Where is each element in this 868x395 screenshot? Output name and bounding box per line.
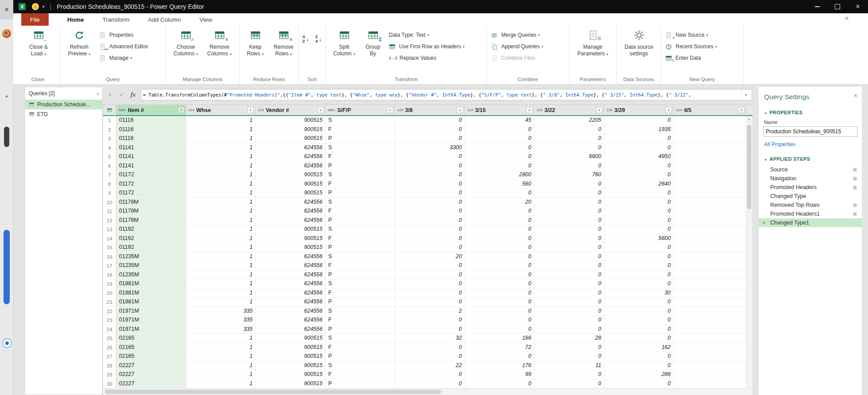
- cell[interactable]: 01141: [116, 162, 186, 171]
- manage-parameters-button[interactable]: Manage Parameters▾: [573, 28, 613, 58]
- grid-table-menu-button[interactable]: [103, 105, 116, 116]
- row-number[interactable]: 27: [103, 352, 116, 361]
- sort-descending-button[interactable]: ZA ↓: [313, 29, 324, 49]
- cell[interactable]: 01881M: [116, 289, 186, 298]
- cell[interactable]: 0: [395, 343, 465, 352]
- cell[interactable]: [674, 361, 746, 371]
- row-number[interactable]: 24: [103, 325, 116, 334]
- cell[interactable]: 0: [395, 125, 465, 135]
- cell[interactable]: 900515: [256, 116, 326, 125]
- merge-queries-button[interactable]: Merge Queries ▾: [491, 29, 543, 41]
- cell[interactable]: 0: [395, 170, 465, 180]
- cell[interactable]: [674, 316, 746, 325]
- row-number[interactable]: 29: [103, 370, 116, 380]
- column-header-3-15[interactable]: 1233/15▾: [465, 105, 534, 116]
- cell[interactable]: [674, 152, 746, 162]
- cell[interactable]: 0: [534, 207, 604, 216]
- step-settings-gear-icon[interactable]: [853, 167, 857, 172]
- cell[interactable]: 01172: [116, 170, 186, 180]
- applied-steps-section-header[interactable]: ▲ APPLIED STEPS: [764, 156, 856, 162]
- row-number[interactable]: 8: [103, 180, 116, 189]
- cell[interactable]: 0: [534, 180, 604, 189]
- cell[interactable]: 1: [186, 279, 256, 289]
- cell[interactable]: 0: [534, 279, 604, 289]
- step-settings-gear-icon[interactable]: [853, 176, 857, 181]
- browser-icon[interactable]: [2, 29, 11, 38]
- cell[interactable]: 01192: [116, 243, 186, 252]
- cell[interactable]: 1: [186, 225, 256, 234]
- cell[interactable]: 1935: [604, 125, 674, 135]
- cell[interactable]: P: [326, 216, 395, 225]
- cell[interactable]: 1: [186, 125, 256, 135]
- column-header-3-22[interactable]: 1233/22▾: [534, 105, 604, 116]
- cell[interactable]: 0: [465, 152, 534, 162]
- cell[interactable]: 01235M: [116, 252, 186, 262]
- cell[interactable]: 1: [186, 298, 256, 307]
- minimize-button[interactable]: [807, 0, 827, 13]
- cell[interactable]: 0: [534, 198, 604, 207]
- cell[interactable]: [674, 261, 746, 271]
- row-number[interactable]: 18: [103, 271, 116, 280]
- cell[interactable]: 01116: [116, 134, 186, 143]
- cell[interactable]: 2640: [604, 180, 674, 189]
- cell[interactable]: 1: [186, 261, 256, 271]
- cell[interactable]: 0: [604, 252, 674, 262]
- cell[interactable]: 0: [534, 370, 604, 380]
- cell[interactable]: 0: [534, 252, 604, 262]
- cell[interactable]: 1: [186, 116, 256, 125]
- filter-button[interactable]: ▾: [457, 107, 463, 113]
- cell[interactable]: 0: [395, 261, 465, 271]
- cell[interactable]: [674, 180, 746, 189]
- append-queries-button[interactable]: Append Queries ▾: [491, 41, 543, 52]
- cell[interactable]: S: [326, 279, 395, 289]
- cell[interactable]: 0: [395, 116, 465, 125]
- cell[interactable]: 30: [604, 289, 674, 298]
- column-header-vendor[interactable]: 123Vendor #▾: [256, 105, 326, 116]
- column-header-4-5[interactable]: 1234/5▾: [674, 105, 746, 116]
- cell[interactable]: 0: [465, 234, 534, 244]
- cell[interactable]: 5600: [604, 234, 674, 244]
- group-by-button[interactable]: Σ Group By: [361, 28, 385, 57]
- cell[interactable]: P: [326, 380, 395, 389]
- cell[interactable]: S: [326, 143, 395, 153]
- strip-scrollbar-thumb[interactable]: [4, 127, 9, 147]
- cell[interactable]: [674, 252, 746, 262]
- formula-expand-button[interactable]: ▾: [741, 89, 750, 100]
- cell[interactable]: 4950: [604, 152, 674, 162]
- data-source-settings-button[interactable]: Data source settings: [618, 28, 659, 57]
- cell[interactable]: 0: [395, 243, 465, 252]
- step-settings-gear-icon[interactable]: [853, 212, 857, 217]
- applied-step[interactable]: Source: [759, 165, 862, 174]
- cell[interactable]: 0: [465, 207, 534, 216]
- cell[interactable]: 900515: [256, 180, 326, 189]
- properties-button[interactable]: Properties: [99, 29, 148, 41]
- cell[interactable]: 01881M: [116, 279, 186, 289]
- cell[interactable]: F: [326, 152, 395, 162]
- column-header-3-8[interactable]: 1233/8▾: [395, 105, 465, 116]
- cell[interactable]: 0: [534, 134, 604, 143]
- cell[interactable]: 2: [395, 307, 465, 316]
- cell[interactable]: 0: [465, 243, 534, 252]
- cell[interactable]: 0: [395, 289, 465, 298]
- cell[interactable]: 0: [465, 298, 534, 307]
- column-header-item[interactable]: ABCItem #▾: [116, 105, 186, 116]
- cell[interactable]: S: [326, 225, 395, 234]
- cell[interactable]: 0: [534, 189, 604, 198]
- query-settings-close-button[interactable]: ×: [854, 92, 857, 99]
- cell[interactable]: 45: [465, 116, 534, 125]
- cell[interactable]: 624556: [256, 162, 326, 171]
- cell[interactable]: 900515: [256, 334, 326, 343]
- cell[interactable]: 6600: [534, 152, 604, 162]
- cell[interactable]: 0: [604, 243, 674, 252]
- cell[interactable]: 0: [534, 316, 604, 325]
- cell[interactable]: 3300: [395, 143, 465, 153]
- row-number[interactable]: 22: [103, 307, 116, 316]
- file-tab[interactable]: File: [21, 13, 49, 26]
- cell[interactable]: 0: [604, 143, 674, 153]
- cell[interactable]: S: [326, 116, 395, 125]
- cell[interactable]: [674, 380, 746, 389]
- close-and-load-button[interactable]: → Close & Load▾: [22, 28, 55, 58]
- cell[interactable]: P: [326, 298, 395, 307]
- cell[interactable]: 0: [465, 279, 534, 289]
- row-number[interactable]: 1: [103, 116, 116, 125]
